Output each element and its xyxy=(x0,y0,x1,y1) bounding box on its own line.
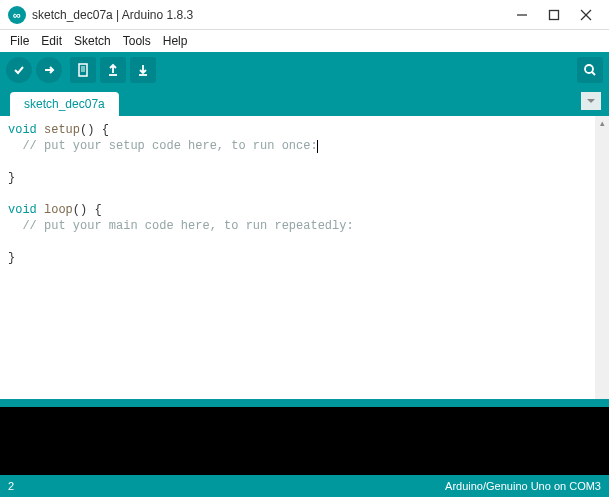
toolbar xyxy=(0,52,609,88)
code-text: () { xyxy=(80,123,109,137)
code-text: } xyxy=(8,171,15,185)
comment: // put your setup code here, to run once… xyxy=(8,139,318,153)
new-button[interactable] xyxy=(70,57,96,83)
function-name: loop xyxy=(37,203,73,217)
keyword: void xyxy=(8,123,37,137)
keyword: void xyxy=(8,203,37,217)
console-output[interactable] xyxy=(0,407,609,475)
tab-strip: sketch_dec07a xyxy=(0,88,609,116)
function-name: setup xyxy=(37,123,80,137)
statusbar: 2 Arduino/Genuino Uno on COM3 xyxy=(0,475,609,497)
menu-edit[interactable]: Edit xyxy=(37,32,66,50)
svg-rect-1 xyxy=(550,10,559,19)
code-text: () { xyxy=(73,203,102,217)
code-text: } xyxy=(8,251,15,265)
close-button[interactable] xyxy=(579,8,593,22)
save-button[interactable] xyxy=(130,57,156,83)
text-cursor xyxy=(317,140,318,153)
status-line-number: 2 xyxy=(8,480,445,492)
menu-file[interactable]: File xyxy=(6,32,33,50)
svg-line-11 xyxy=(592,72,595,75)
menu-sketch[interactable]: Sketch xyxy=(70,32,115,50)
editor-area: void setup() { // put your setup code he… xyxy=(0,116,609,399)
menu-tools[interactable]: Tools xyxy=(119,32,155,50)
maximize-button[interactable] xyxy=(547,8,561,22)
menubar: File Edit Sketch Tools Help xyxy=(0,30,609,52)
serial-monitor-button[interactable] xyxy=(577,57,603,83)
tab-sketch[interactable]: sketch_dec07a xyxy=(10,92,119,116)
titlebar: ∞ sketch_dec07a | Arduino 1.8.3 xyxy=(0,0,609,30)
status-board-port: Arduino/Genuino Uno on COM3 xyxy=(445,480,601,492)
minimize-button[interactable] xyxy=(515,8,529,22)
svg-rect-4 xyxy=(79,64,87,76)
svg-point-10 xyxy=(585,65,593,73)
menu-help[interactable]: Help xyxy=(159,32,192,50)
arduino-logo-icon: ∞ xyxy=(8,6,26,24)
tab-menu-dropdown[interactable] xyxy=(581,92,601,110)
vertical-scrollbar[interactable]: ▴ xyxy=(595,116,609,399)
scroll-up-icon: ▴ xyxy=(595,116,609,130)
message-area xyxy=(0,399,609,407)
comment: // put your main code here, to run repea… xyxy=(8,219,354,233)
upload-button[interactable] xyxy=(36,57,62,83)
open-button[interactable] xyxy=(100,57,126,83)
verify-button[interactable] xyxy=(6,57,32,83)
code-editor[interactable]: void setup() { // put your setup code he… xyxy=(0,116,609,399)
window-title: sketch_dec07a | Arduino 1.8.3 xyxy=(32,8,515,22)
